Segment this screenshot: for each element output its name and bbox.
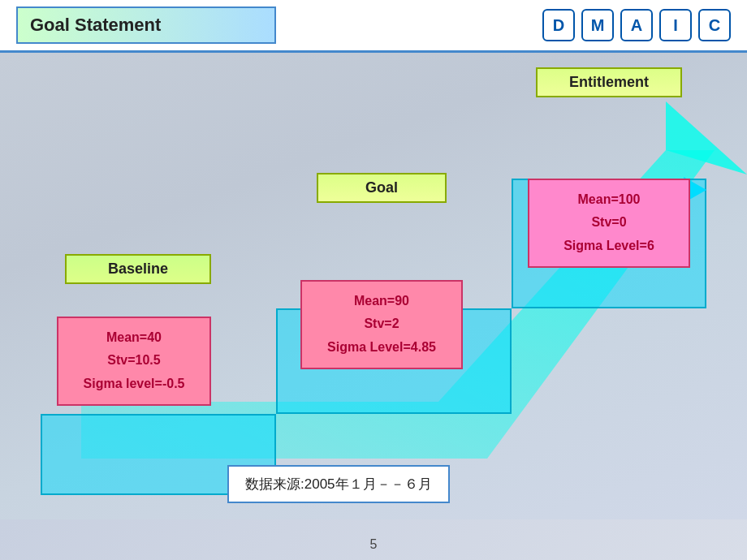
goal-stv: Stv=2	[314, 312, 449, 336]
page-number: 5	[370, 537, 378, 552]
goal-mean: Mean=90	[314, 290, 449, 313]
goal-data-box: Mean=90 Stv=2 Sigma Level=4.85	[300, 280, 463, 369]
entitlement-mean: Mean=100	[542, 188, 676, 212]
baseline-sigma: Sigma level=-0.5	[71, 373, 197, 396]
header: Goal Statement D M A I C	[0, 0, 747, 53]
entitlement-stv: Stv=0	[542, 211, 676, 235]
baseline-data-box: Mean=40 Stv=10.5 Sigma level=-0.5	[57, 317, 211, 406]
badge-c[interactable]: C	[698, 9, 731, 41]
goal-label: Goal	[317, 173, 447, 203]
badge-m[interactable]: M	[581, 9, 614, 41]
baseline-label: Baseline	[65, 254, 211, 284]
entitlement-sigma: Sigma Level=6	[542, 235, 676, 258]
baseline-mean: Mean=40	[71, 326, 197, 350]
page-title: Goal Statement	[16, 6, 276, 44]
badge-i[interactable]: I	[659, 9, 692, 41]
dmaic-nav: D M A I C	[542, 9, 731, 41]
goal-sigma: Sigma Level=4.85	[314, 336, 449, 360]
slide: Goal Statement D M A I C	[0, 0, 747, 560]
badge-a[interactable]: A	[620, 9, 653, 41]
entitlement-label: Entitlement	[536, 67, 682, 97]
baseline-stv: Stv=10.5	[71, 349, 197, 373]
stair-chart: Baseline Mean=40 Stv=10.5 Sigma level=-0…	[41, 187, 706, 495]
entitlement-data-box: Mean=100 Stv=0 Sigma Level=6	[528, 179, 690, 268]
badge-d[interactable]: D	[542, 9, 575, 41]
datasource-box: 数据来源:2005年１月－－６月	[227, 465, 450, 503]
